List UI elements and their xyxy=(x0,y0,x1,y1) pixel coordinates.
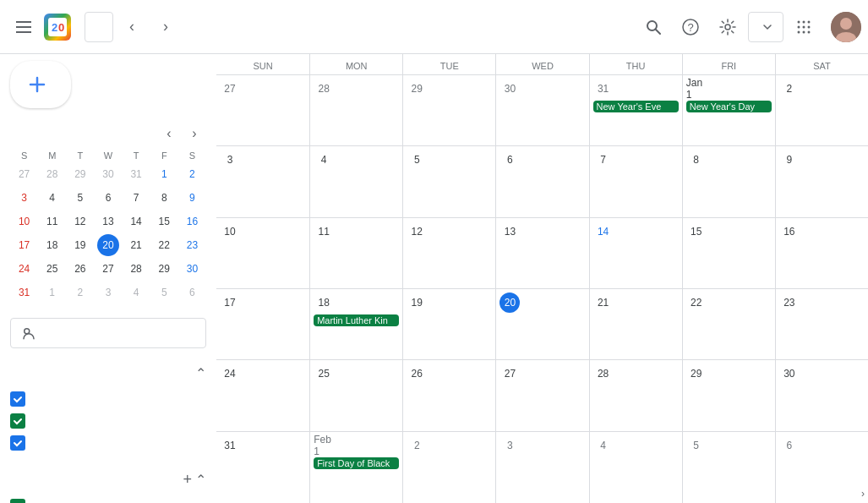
day-number[interactable]: 30 xyxy=(500,79,520,99)
day-number[interactable]: 16 xyxy=(779,221,800,242)
mini-day-0-6[interactable]: 2 xyxy=(178,162,206,186)
day-number[interactable]: 21 xyxy=(593,293,614,313)
mini-next-button[interactable]: › xyxy=(183,122,206,145)
calendar-item-kerry[interactable] xyxy=(10,388,206,410)
day-number[interactable]: 26 xyxy=(407,364,427,384)
calendar-day-2-3[interactable]: 13 xyxy=(495,218,588,288)
scroll-more-icon[interactable]: › xyxy=(861,488,865,500)
calendar-day-1-3[interactable]: 6 xyxy=(495,146,588,216)
day-number[interactable]: 19 xyxy=(407,293,427,313)
calendar-day-3-2[interactable]: 19 xyxy=(402,289,495,359)
day-number[interactable]: Feb 1 xyxy=(314,435,334,456)
event-chip[interactable]: New Year's Day xyxy=(686,101,772,112)
prev-month-button[interactable]: ‹ xyxy=(117,12,147,42)
mini-day-1-3[interactable]: 6 xyxy=(94,186,122,210)
mini-day-1-5[interactable]: 8 xyxy=(150,186,178,210)
day-number[interactable]: 2 xyxy=(407,435,427,456)
day-number[interactable]: 29 xyxy=(686,364,707,384)
mini-day-2-2[interactable]: 12 xyxy=(66,210,94,233)
calendar-day-0-0[interactable]: 27 xyxy=(216,75,309,145)
calendar-day-3-0[interactable]: 17 xyxy=(216,289,309,359)
mini-day-3-6[interactable]: 23 xyxy=(178,233,206,257)
mini-day-4-2[interactable]: 26 xyxy=(66,257,94,281)
mini-day-2-5[interactable]: 15 xyxy=(150,210,178,233)
mini-day-3-2[interactable]: 19 xyxy=(66,233,94,257)
menu-button[interactable] xyxy=(7,10,41,44)
settings-button[interactable] xyxy=(711,10,745,44)
day-number[interactable]: 10 xyxy=(220,221,240,242)
next-month-button[interactable]: › xyxy=(150,12,181,42)
calendar-day-3-4[interactable]: 21 xyxy=(589,289,682,359)
day-number[interactable]: 29 xyxy=(407,79,427,99)
calendar-day-1-4[interactable]: 7 xyxy=(589,146,682,216)
mini-day-5-3[interactable]: 3 xyxy=(94,281,122,304)
mini-day-3-5[interactable]: 22 xyxy=(150,233,178,257)
calendar-day-3-6[interactable]: 23 xyxy=(775,289,868,359)
day-number[interactable]: 12 xyxy=(407,221,427,242)
calendar-day-1-1[interactable]: 4 xyxy=(309,146,402,216)
day-number[interactable]: 8 xyxy=(686,150,707,170)
mini-day-4-4[interactable]: 28 xyxy=(123,257,150,281)
calendar-day-4-2[interactable]: 26 xyxy=(402,360,495,430)
day-number[interactable]: 2 xyxy=(779,79,800,99)
day-number[interactable]: 11 xyxy=(314,221,334,242)
calendar-item-holidays[interactable]: Holidays in United States xyxy=(10,495,206,503)
mini-day-0-3[interactable]: 30 xyxy=(94,162,122,186)
calendar-day-2-2[interactable]: 12 xyxy=(402,218,495,288)
calendar-day-1-5[interactable]: 8 xyxy=(682,146,775,216)
calendar-day-2-4[interactable]: 14 xyxy=(589,218,682,288)
day-number[interactable]: 6 xyxy=(500,150,520,170)
mini-day-2-6[interactable]: 16 xyxy=(178,210,206,233)
day-number[interactable]: 28 xyxy=(593,364,614,384)
day-number[interactable]: 3 xyxy=(220,150,240,170)
mini-day-0-5[interactable]: 1 xyxy=(150,162,178,186)
day-number[interactable]: 17 xyxy=(220,293,240,313)
mini-day-0-4[interactable]: 31 xyxy=(123,162,150,186)
my-calendars-header[interactable]: ⌃ xyxy=(10,358,206,388)
calendar-day-1-6[interactable]: 9 xyxy=(775,146,868,216)
mini-day-5-0[interactable]: 31 xyxy=(10,281,38,304)
calendar-day-2-5[interactable]: 15 xyxy=(682,218,775,288)
mini-day-1-2[interactable]: 5 xyxy=(66,186,94,210)
day-number[interactable]: 22 xyxy=(686,293,707,313)
mini-day-2-3[interactable]: 13 xyxy=(94,210,122,233)
calendar-item-reminders[interactable] xyxy=(10,432,206,454)
event-chip[interactable]: New Year's Eve xyxy=(593,101,679,112)
calendar-day-0-3[interactable]: 30 xyxy=(495,75,588,145)
mini-day-4-3[interactable]: 27 xyxy=(94,257,122,281)
mini-day-4-6[interactable]: 30 xyxy=(178,257,206,281)
mini-day-1-6[interactable]: 9 xyxy=(178,186,206,210)
day-number[interactable]: 4 xyxy=(314,150,334,170)
apps-button[interactable] xyxy=(787,10,821,44)
mini-day-5-6[interactable]: 6 xyxy=(178,281,206,304)
day-number[interactable]: 20 xyxy=(500,293,520,313)
mini-day-2-4[interactable]: 14 xyxy=(123,210,150,233)
calendar-day-5-1[interactable]: Feb 1First Day of Black xyxy=(309,432,402,503)
day-number[interactable]: 25 xyxy=(314,364,334,384)
mini-day-3-3[interactable]: 20 xyxy=(94,233,122,257)
mini-day-5-4[interactable]: 4 xyxy=(123,281,150,304)
day-number[interactable]: 5 xyxy=(407,150,427,170)
calendar-day-2-1[interactable]: 11 xyxy=(309,218,402,288)
mini-day-5-2[interactable]: 2 xyxy=(66,281,94,304)
mini-day-1-0[interactable]: 3 xyxy=(10,186,38,210)
user-avatar[interactable] xyxy=(831,12,861,42)
mini-day-0-0[interactable]: 27 xyxy=(10,162,38,186)
mini-day-5-1[interactable]: 1 xyxy=(38,281,66,304)
day-number[interactable]: 13 xyxy=(500,221,520,242)
day-number[interactable]: 23 xyxy=(779,293,800,313)
day-number[interactable]: 30 xyxy=(779,364,800,384)
calendar-day-3-1[interactable]: 18Martin Luther Kin xyxy=(309,289,402,359)
mini-day-0-1[interactable]: 28 xyxy=(38,162,66,186)
calendar-day-1-2[interactable]: 5 xyxy=(402,146,495,216)
create-button[interactable] xyxy=(10,61,71,108)
calendar-day-5-2[interactable]: 2 xyxy=(402,432,495,503)
day-number[interactable]: 15 xyxy=(686,221,707,242)
event-chip[interactable]: First Day of Black xyxy=(314,457,399,469)
other-calendars-header[interactable]: + ⌃ xyxy=(10,464,206,495)
calendar-day-4-6[interactable]: 30 xyxy=(775,360,868,430)
calendar-day-1-0[interactable]: 3 xyxy=(216,146,309,216)
mini-day-4-0[interactable]: 24 xyxy=(10,257,38,281)
calendar-day-5-6[interactable]: 6› xyxy=(775,432,868,503)
day-number[interactable]: Jan 1 xyxy=(686,79,707,99)
